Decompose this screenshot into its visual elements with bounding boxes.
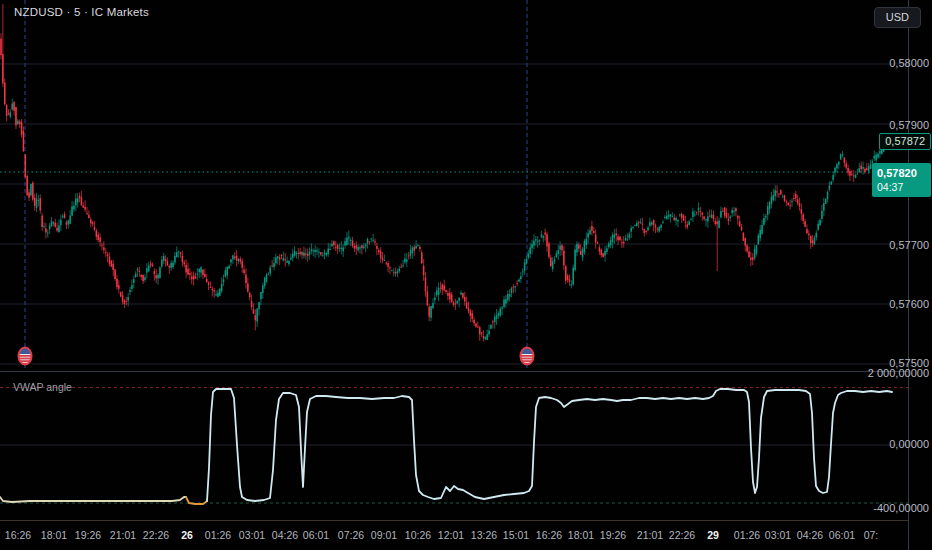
last-price-label: 0,57872 xyxy=(879,133,931,150)
date-tick: 26 xyxy=(181,529,193,541)
us-economic-event-icon[interactable] xyxy=(520,347,534,365)
price-tick: 0,57600 xyxy=(889,298,929,310)
price-tick: 0,57700 xyxy=(889,239,929,251)
time-tick: 01:26 xyxy=(734,529,760,541)
price-tick: 0,58000 xyxy=(889,57,929,69)
time-tick: 10:26 xyxy=(405,529,431,541)
indicator-legend-label[interactable]: VWAP angle xyxy=(13,381,72,393)
time-tick: 04:26 xyxy=(272,529,298,541)
countdown-price-value: 0,57820 xyxy=(877,166,926,180)
time-tick: 15:01 xyxy=(503,529,529,541)
indicator-tick: 0,00000 xyxy=(889,438,929,450)
time-tick: 19:26 xyxy=(75,529,101,541)
time-tick: 18:01 xyxy=(568,529,594,541)
time-axis[interactable] xyxy=(0,521,932,550)
time-tick: 22:26 xyxy=(669,529,695,541)
time-tick: 03:01 xyxy=(765,529,791,541)
time-tick: 22:26 xyxy=(143,529,169,541)
currency-button[interactable]: USD xyxy=(874,7,921,28)
time-tick: 06:01 xyxy=(829,529,855,541)
indicator-tick: -400,00000 xyxy=(873,502,929,514)
time-tick: 18:01 xyxy=(41,529,67,541)
time-tick: 21:01 xyxy=(110,529,136,541)
time-tick: 21:01 xyxy=(637,529,663,541)
time-tick: 19:26 xyxy=(600,529,626,541)
trading-chart-window: NZDUSD · 5 · IC Markets VWAP angle USD 0… xyxy=(0,0,932,550)
indicator-tick: 2 000,00000 xyxy=(868,367,929,379)
time-tick: 01:26 xyxy=(205,529,231,541)
time-tick: 12:01 xyxy=(438,529,464,541)
time-tick: 13:26 xyxy=(471,529,497,541)
countdown-price-label: 0,57820 04:37 xyxy=(872,163,931,197)
pane-separator[interactable] xyxy=(0,371,908,372)
time-tick: 03:01 xyxy=(239,529,265,541)
price-tick: 0,57900 xyxy=(889,119,929,131)
time-tick: 07:26 xyxy=(338,529,364,541)
time-tick: 04:26 xyxy=(797,529,823,541)
time-tick: 07: xyxy=(864,529,879,541)
vwap-angle-plot[interactable] xyxy=(0,372,908,520)
date-tick: 29 xyxy=(707,529,719,541)
time-tick: 16:26 xyxy=(536,529,562,541)
time-tick: 09:01 xyxy=(371,529,397,541)
time-tick: 16:26 xyxy=(5,529,31,541)
symbol-title[interactable]: NZDUSD · 5 · IC Markets xyxy=(14,6,149,18)
bar-countdown-timer: 04:37 xyxy=(877,180,926,194)
time-tick: 06:01 xyxy=(303,529,329,541)
candlestick-plot[interactable] xyxy=(0,0,908,371)
us-economic-event-icon[interactable] xyxy=(18,347,32,365)
